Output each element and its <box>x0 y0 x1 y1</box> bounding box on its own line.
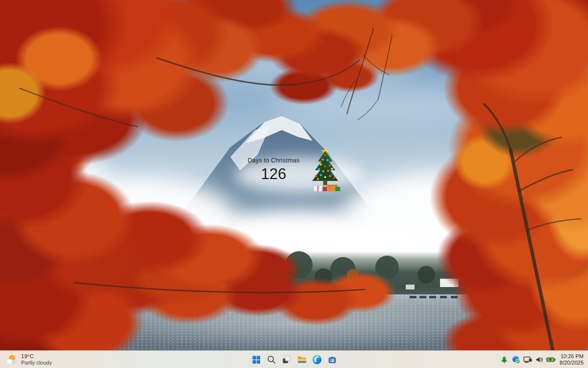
security-check-tray-icon[interactable] <box>511 353 521 367</box>
taskbar-center-icons <box>248 351 340 368</box>
widget-days-count: 126 <box>244 165 303 183</box>
clock[interactable]: 10:26 PM 8/20/2025 <box>560 353 584 366</box>
search-icon <box>266 354 277 365</box>
search-button[interactable] <box>264 351 279 368</box>
system-tray <box>499 353 556 367</box>
task-view-icon <box>281 354 292 365</box>
weather-widget-button[interactable]: 19°C Partly cloudy <box>0 351 59 368</box>
edge-button[interactable] <box>309 351 324 368</box>
network-tray-icon[interactable] <box>522 353 533 367</box>
weather-temperature: 19°C <box>21 353 52 359</box>
task-view-button[interactable] <box>279 351 294 368</box>
partly-cloudy-icon <box>5 353 18 366</box>
christmas-tree-tray-icon[interactable] <box>499 353 509 367</box>
clock-time: 10:26 PM <box>560 353 584 360</box>
weather-condition: Partly cloudy <box>21 360 52 366</box>
widget-title: Days to Christmas <box>244 157 303 164</box>
days-to-christmas-widget[interactable]: Days to Christmas 126 <box>244 147 342 192</box>
screen: Days to Christmas 126 <box>0 0 588 368</box>
microsoft-store-button[interactable] <box>324 351 340 368</box>
clock-date: 8/20/2025 <box>560 360 584 366</box>
christmas-tree-icon <box>308 147 342 193</box>
volume-tray-icon[interactable] <box>534 353 544 367</box>
battery-tray-icon[interactable] <box>546 353 556 367</box>
windows-start-icon <box>251 354 262 365</box>
file-explorer-button[interactable] <box>294 351 309 368</box>
file-explorer-icon <box>296 354 307 365</box>
microsoft-store-icon <box>327 354 338 365</box>
start-button[interactable] <box>248 351 264 368</box>
desktop-wallpaper[interactable]: Days to Christmas 126 <box>0 0 588 350</box>
taskbar: 19°C Partly cloudy <box>0 350 588 368</box>
edge-icon <box>312 354 322 365</box>
